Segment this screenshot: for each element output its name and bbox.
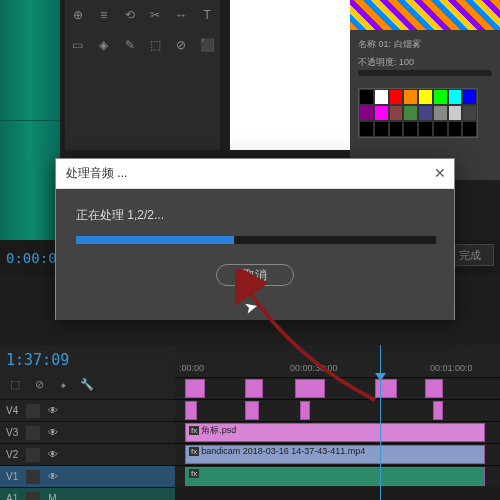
cancel-button[interactable]: 取消	[216, 264, 294, 286]
eye-icon[interactable]: 👁	[48, 405, 58, 416]
clip[interactable]	[295, 379, 325, 398]
timeline[interactable]: :00:00 00:00:30:00 00:01:00:0 fx角标.psd f…	[175, 345, 500, 500]
track-toggle[interactable]	[26, 492, 40, 501]
tool-icon[interactable]: ◈	[91, 30, 117, 60]
tool-icon[interactable]: ⬚	[143, 30, 169, 60]
fx-badge: fx	[189, 426, 199, 435]
track-toggle[interactable]	[26, 426, 40, 440]
fx-badge: fx	[189, 447, 199, 456]
ruler-tick: 00:00:30:00	[290, 363, 338, 373]
time-ruler[interactable]: :00:00 00:00:30:00 00:01:00:0	[175, 345, 500, 377]
mute-icon[interactable]: M	[48, 493, 56, 500]
clip[interactable]	[185, 401, 197, 420]
track-header-v1[interactable]: V1👁	[0, 465, 175, 487]
playhead[interactable]	[380, 345, 381, 500]
dialog-titlebar[interactable]: 处理音频 ... ✕	[56, 159, 454, 189]
track-toggle[interactable]	[26, 470, 40, 484]
eye-icon[interactable]: 👁	[48, 449, 58, 460]
track-header-v4[interactable]: V4👁	[0, 399, 175, 421]
clip[interactable]	[245, 401, 259, 420]
color-swatches[interactable]	[358, 88, 478, 138]
opacity-slider[interactable]	[358, 70, 492, 76]
track-v1[interactable]: fxbandicam 2018-03-16 14-37-43-411.mp4	[175, 443, 500, 465]
tool-icon[interactable]: ▭	[65, 30, 91, 60]
eye-icon[interactable]: 👁	[48, 427, 58, 438]
fx-badge: fx	[189, 469, 199, 478]
clip[interactable]	[375, 379, 397, 398]
tool-icon[interactable]: ↔	[168, 0, 194, 30]
eye-icon[interactable]: 👁	[48, 471, 58, 482]
clip[interactable]	[425, 379, 443, 398]
clip[interactable]	[300, 401, 310, 420]
snap-icon[interactable]: ⬚	[6, 375, 24, 393]
tool-icon[interactable]: ≡	[91, 0, 117, 30]
track-v4[interactable]	[175, 377, 500, 399]
progress-bar	[76, 236, 436, 244]
tool-icon[interactable]: T	[194, 0, 220, 30]
clip[interactable]	[245, 379, 263, 398]
progress-fill	[76, 236, 234, 244]
clip-jiaobiao[interactable]: fx角标.psd	[185, 423, 485, 442]
dialog-title: 处理音频 ...	[66, 165, 127, 182]
properties-panel: 名称 01: 白烟雾 不透明度: 100	[350, 0, 500, 180]
tool-icon[interactable]: ⊕	[65, 0, 91, 30]
link-icon[interactable]: ⊘	[30, 375, 48, 393]
processing-audio-dialog: 处理音频 ... ✕ 正在处理 1,2/2... 取消	[55, 158, 455, 320]
tool-icon[interactable]: ⊘	[168, 30, 194, 60]
canvas-preview	[230, 0, 360, 150]
audio-waveform	[0, 0, 60, 240]
marker-icon[interactable]: ⬥	[54, 375, 72, 393]
ruler-tick: :00:00	[179, 363, 204, 373]
tool-icon[interactable]: ✂	[143, 0, 169, 30]
track-toggle[interactable]	[26, 448, 40, 462]
layer-name-label: 名称 01: 白烟雾	[358, 38, 421, 51]
tool-icon[interactable]: ✎	[117, 30, 143, 60]
tool-icon[interactable]: ⟲	[117, 0, 143, 30]
track-header-v3[interactable]: V3👁	[0, 421, 175, 443]
track-v2[interactable]: fx角标.psd	[175, 421, 500, 443]
track-a1[interactable]: fx	[175, 465, 500, 487]
clip[interactable]	[433, 401, 443, 420]
ruler-tick: 00:01:00:0	[430, 363, 473, 373]
track-header-a1[interactable]: A1M	[0, 487, 175, 500]
track-header-v2[interactable]: V2👁	[0, 443, 175, 465]
sequence-controls: ⬚ ⊘ ⬥ 🔧	[0, 375, 175, 399]
wrench-icon[interactable]: 🔧	[78, 375, 96, 393]
sequence-panel: 1:37:09 ⬚ ⊘ ⬥ 🔧 V4👁 V3👁 V2👁 V1👁 A1M	[0, 345, 175, 500]
dialog-status-text: 正在处理 1,2/2...	[76, 207, 434, 224]
track-v3[interactable]	[175, 399, 500, 421]
close-icon[interactable]: ✕	[434, 165, 446, 181]
clip-audio[interactable]: fx	[185, 467, 485, 486]
swatch-strip[interactable]	[350, 0, 500, 30]
opacity-label: 不透明度: 100	[358, 56, 414, 69]
track-toggle[interactable]	[26, 404, 40, 418]
clip[interactable]	[185, 379, 205, 398]
sequence-timecode: 1:37:09	[0, 345, 175, 375]
tool-icon[interactable]: ⬛	[194, 30, 220, 60]
toolbar: ⊕ ≡ ⟲ ✂ ↔ T ▭ ◈ ✎ ⬚ ⊘ ⬛	[65, 0, 220, 150]
clip-bandicam[interactable]: fxbandicam 2018-03-16 14-37-43-411.mp4	[185, 445, 485, 464]
